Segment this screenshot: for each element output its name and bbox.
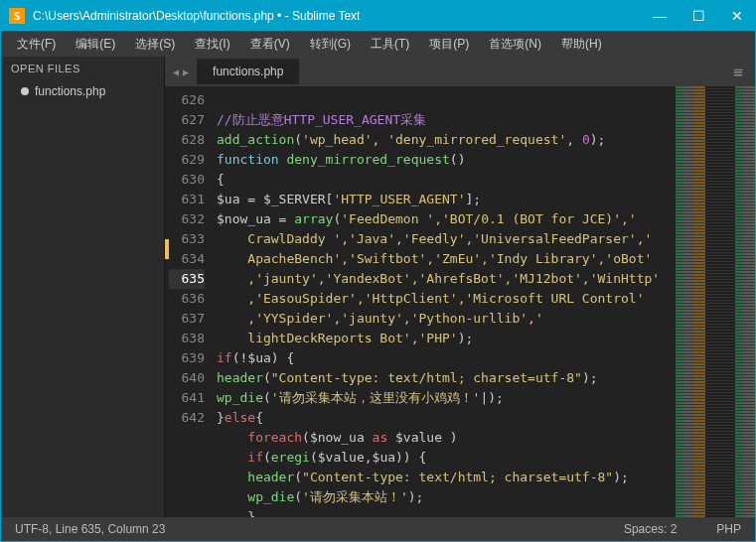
tab-active[interactable]: functions.php	[197, 59, 299, 84]
menu-file[interactable]: 文件(F)	[7, 36, 66, 53]
sidebar-filename: functions.php	[35, 84, 105, 98]
active-line-marker	[165, 239, 169, 259]
sidebar: OPEN FILES functions.php	[1, 57, 165, 517]
tab-prev-icon[interactable]: ◀	[173, 67, 179, 77]
statusbar: UTF-8, Line 635, Column 23 Spaces: 2 PHP	[1, 517, 755, 541]
sidebar-file-item[interactable]: functions.php	[1, 80, 164, 102]
sidebar-header: OPEN FILES	[1, 57, 164, 80]
maximize-button[interactable]: ☐	[688, 8, 709, 24]
tab-bar: ◀ ▶ functions.php ≡	[165, 57, 755, 86]
code-container: 6266276286296306316326336346356366376386…	[165, 86, 755, 517]
status-spaces[interactable]: Spaces: 2	[624, 522, 677, 536]
minimap[interactable]	[676, 86, 755, 517]
menu-project[interactable]: 项目(P)	[419, 36, 479, 53]
menu-tools[interactable]: 工具(T)	[361, 36, 419, 53]
menu-edit[interactable]: 编辑(E)	[66, 36, 125, 53]
menu-help[interactable]: 帮助(H)	[551, 36, 612, 53]
menu-select[interactable]: 选择(S)	[125, 36, 185, 53]
minimize-button[interactable]: —	[649, 8, 671, 24]
close-button[interactable]: ✕	[727, 8, 747, 24]
main-area: OPEN FILES functions.php ◀ ▶ functions.p…	[1, 57, 755, 517]
menu-goto[interactable]: 转到(G)	[300, 36, 361, 53]
app-icon: S	[9, 8, 25, 24]
tab-next-icon[interactable]: ▶	[183, 67, 189, 77]
editor-area: ◀ ▶ functions.php ≡ 62662762862963063163…	[165, 57, 755, 517]
line-gutter[interactable]: 6266276286296306316326336346356366376386…	[165, 86, 213, 517]
menubar: 文件(F) 编辑(E) 选择(S) 查找(I) 查看(V) 转到(G) 工具(T…	[1, 31, 755, 57]
titlebar: S C:\Users\Administrator\Desktop\functio…	[1, 1, 755, 31]
tab-menu-icon[interactable]: ≡	[721, 63, 755, 81]
menu-view[interactable]: 查看(V)	[240, 36, 300, 53]
window-controls: — ☐ ✕	[649, 8, 747, 24]
window-title: C:\Users\Administrator\Desktop\functions…	[33, 9, 649, 23]
status-position[interactable]: UTF-8, Line 635, Column 23	[15, 522, 165, 536]
menu-prefs[interactable]: 首选项(N)	[479, 36, 551, 53]
modified-dot-icon	[21, 87, 29, 95]
menu-find[interactable]: 查找(I)	[185, 36, 239, 53]
status-lang[interactable]: PHP	[716, 522, 741, 536]
code-editor[interactable]: //防止恶意HTTP_USER_AGENT采集add_action('wp_he…	[213, 86, 676, 517]
